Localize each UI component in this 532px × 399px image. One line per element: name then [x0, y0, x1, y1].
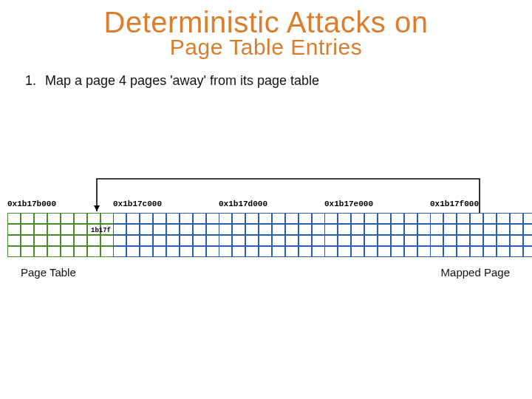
grid-cell: [245, 224, 259, 235]
step-text: Map a page 4 pages 'away' from its page …: [45, 73, 319, 88]
grid-cell: [391, 235, 404, 246]
grid-cell: [61, 246, 74, 257]
grid-cell: [245, 235, 259, 246]
grid-cell: [312, 235, 325, 246]
grid-cell: [324, 224, 338, 235]
grid-cell: [126, 235, 140, 246]
grid-cell: [34, 213, 47, 224]
grid-cell: [510, 235, 523, 246]
grid-cell: [443, 224, 457, 235]
grid-cell: [510, 224, 523, 235]
grid-cell: [523, 246, 532, 257]
mapped-page-caption: Mapped Page: [441, 266, 510, 279]
grid-cell: [245, 246, 259, 257]
grid-cell: [285, 235, 299, 246]
grid-cell: [245, 213, 259, 224]
grid-cell: [7, 224, 21, 235]
memory-page-block: [113, 213, 219, 257]
grid-cell: [87, 213, 100, 224]
address-label: 0x1b17b000: [7, 200, 56, 208]
grid-cell: [470, 235, 483, 246]
memory-page-block: [430, 213, 532, 257]
grid-cell: [153, 213, 166, 224]
memory-page-block: [324, 213, 430, 257]
grid-cell: [21, 246, 34, 257]
memory-grid: 1b17f: [7, 213, 532, 257]
grid-cell: [510, 246, 523, 257]
grid-cell: [417, 213, 431, 224]
grid-cell: [497, 246, 510, 257]
grid-cell: [483, 224, 497, 235]
grid-cell: [430, 246, 443, 257]
grid-cell: [391, 224, 404, 235]
grid-cell: [364, 246, 378, 257]
grid-cell: [430, 235, 443, 246]
grid-cell: [206, 246, 219, 257]
grid-cell: [47, 213, 61, 224]
page-table-caption: Page Table: [21, 266, 76, 279]
grid-cell: [338, 246, 351, 257]
grid-cell: [404, 213, 417, 224]
grid-cell: [285, 246, 299, 257]
grid-cell: [299, 213, 312, 224]
grid-cell: [166, 246, 180, 257]
grid-cell: [351, 235, 364, 246]
grid-cell: [523, 224, 532, 235]
grid-cell: [259, 224, 272, 235]
grid-cell: [153, 235, 166, 246]
grid-cell: [510, 213, 523, 224]
step-number: 1.: [25, 73, 41, 89]
address-label: 0x1b17f000: [430, 200, 479, 208]
grid-cell: [206, 224, 219, 235]
grid-cell: [338, 213, 351, 224]
grid-cell: [126, 224, 140, 235]
grid-cell: [219, 213, 232, 224]
grid-cell: [272, 224, 285, 235]
grid-cell: [140, 235, 153, 246]
grid-cell: [21, 224, 34, 235]
grid-cell: [312, 224, 325, 235]
grid-cell: [391, 246, 404, 257]
grid-cell: [87, 246, 100, 257]
grid-cell: [232, 224, 245, 235]
grid-cell: [470, 224, 483, 235]
grid-cell: [483, 213, 497, 224]
grid-cell: [7, 213, 21, 224]
grid-cell: [21, 213, 34, 224]
grid-cell: [299, 224, 312, 235]
grid-cell: [193, 213, 206, 224]
grid-cell: [497, 224, 510, 235]
grid-cell: [523, 213, 532, 224]
grid-cell: [61, 213, 74, 224]
grid-cell: [140, 224, 153, 235]
grid-cell: [364, 213, 378, 224]
grid-cell: [378, 235, 391, 246]
grid-cell: [206, 235, 219, 246]
grid-cell: [523, 235, 532, 246]
grid-cell: [166, 224, 180, 235]
grid-cell: [193, 224, 206, 235]
grid-cell: [61, 224, 74, 235]
page-table-entry-label: 1b17f: [91, 227, 111, 234]
grid-cell: [47, 224, 61, 235]
grid-cell: [21, 235, 34, 246]
grid-cell: [74, 224, 87, 235]
grid-cell: [457, 235, 470, 246]
grid-cell: [351, 246, 364, 257]
page-table-block: 1b17f: [7, 213, 113, 257]
grid-cell: [338, 224, 351, 235]
grid-cell: [312, 213, 325, 224]
grid-cell: [100, 213, 114, 224]
grid-cell: [219, 224, 232, 235]
grid-cell: [324, 213, 338, 224]
grid-cell: [126, 246, 140, 257]
grid-cell: [404, 235, 417, 246]
grid-cell: [34, 235, 47, 246]
grid-cell: [100, 235, 114, 246]
grid-cell: [351, 224, 364, 235]
grid-cell: [140, 213, 153, 224]
grid-cell: [232, 213, 245, 224]
grid-cell: [219, 246, 232, 257]
address-label: 0x1b17e000: [324, 200, 373, 208]
grid-cell: [497, 213, 510, 224]
